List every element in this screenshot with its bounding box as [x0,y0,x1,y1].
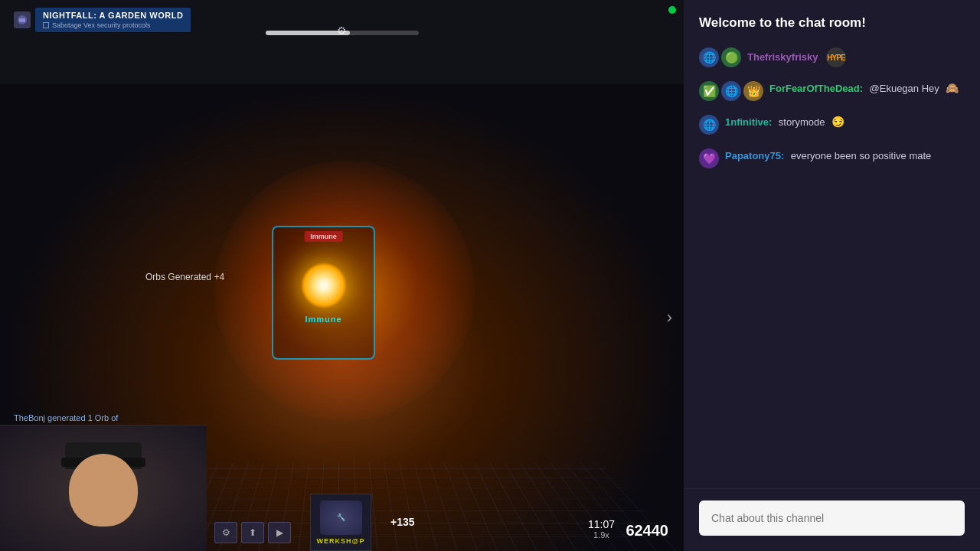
avatar-green-2: ✅ [699,81,719,101]
video-area: NIGHTFALL: A GARDEN WORLD Sabotage Vex s… [0,0,684,551]
streamer-head [61,442,145,534]
immune-text: Immune [305,315,341,324]
live-indicator [668,6,676,14]
chat-avatars-1: 🌐 🟢 [699,47,741,67]
timer-area: 11:07 1.9x [588,518,615,540]
timer-value: 11:07 [588,518,615,530]
score-area: 62440 [626,522,668,540]
orb-inner [301,262,347,308]
chat-avatars-4: 💜 [699,148,719,168]
chat-avatars-2: ✅ 🌐 👑 [699,81,763,101]
chat-username-1: Thefriskyfrisky [747,51,818,63]
chat-body-2: ForFearOfTheDead: @Ekuegan Hey 🙈 [769,81,965,95]
chat-text-2: @Ekuegan Hey [870,83,939,94]
game-video: Orbs Generated +4 Immune Immune › TheBon… [0,84,684,551]
chat-text-4: everyone been so positive mate [791,150,932,161]
avatar-gold-2: 👑 [743,81,763,101]
chat-content: Welcome to the chat room! 🌐 🟢 Thefriskyf… [684,0,980,488]
webcam-area [0,425,207,551]
timer-multiplier: 1.9x [588,530,615,540]
workshop-label: WERKSH@P [317,537,365,545]
chat-panel: Welcome to the chat room! 🌐 🟢 Thefriskyf… [684,0,980,551]
player-username: TheBonj generated 1 Orb of [14,413,118,422]
chat-username-3: 1nfinitive: [725,116,772,128]
hud-icon-1[interactable]: ⚙ [214,522,237,543]
nightfall-icon [14,11,31,28]
orbs-generated-text: Orbs Generated +4 [145,272,224,282]
chat-message-4: 💜 Papatony75: everyone been so positive … [699,148,965,168]
chat-body-4: Papatony75: everyone been so positive ma… [725,148,965,162]
nightfall-subtitle: Sabotage Vex security protocols [43,21,183,29]
chat-username-2: ForFearOfTheDead: [769,83,863,94]
chat-emoji-2: 🙈 [946,82,959,94]
chat-message-2: ✅ 🌐 👑 ForFearOfTheDead: @Ekuegan Hey 🙈 [699,81,965,101]
progress-bar-container: ⚙ [266,31,419,35]
nightfall-text-box: NIGHTFALL: A GARDEN WORLD Sabotage Vex s… [35,8,191,32]
webcam-person [0,425,207,551]
score-value: 62440 [626,522,668,540]
progress-bar-track: ⚙ [266,31,419,35]
chat-input[interactable] [699,500,965,536]
orb-container: Immune Immune [272,226,375,360]
hud-icons: ⚙ ⬆ ▶ [214,522,291,543]
chat-emoji-3: 😏 [831,116,844,128]
avatar-globe-2: 🌐 [721,81,741,101]
gear-icon: ⚙ [337,24,347,37]
chat-input-area [684,488,980,551]
avatar-green-1: 🟢 [721,47,741,67]
hud-icon-3[interactable]: ▶ [268,522,291,543]
hud-icon-2[interactable]: ⬆ [241,522,264,543]
chat-username-4: Papatony75: [725,150,784,161]
avatar-globe-3: 🌐 [699,115,719,135]
plus-score: +135 [390,516,415,528]
nightfall-title: NIGHTFALL: A GARDEN WORLD [43,11,183,20]
chat-body-3: 1nfinitive: storymode 😏 [725,115,965,129]
svg-rect-1 [19,18,25,22]
chat-avatars-3: 🌐 [699,115,719,135]
checkbox-icon [43,22,49,28]
welcome-text: Welcome to the chat room! [699,15,965,31]
next-arrow[interactable]: › [667,308,672,328]
workshop-bg: 🔧 [320,500,362,535]
face [69,454,138,527]
nightfall-overlay: NIGHTFALL: A GARDEN WORLD Sabotage Vex s… [14,8,191,32]
chat-text-3: storymode [779,116,825,128]
avatar-purple-4: 💜 [699,148,719,168]
chat-message-1: 🌐 🟢 Thefriskyfrisky HYPE [699,47,965,67]
hype-badge: HYPE [826,47,846,67]
immune-label: Immune [304,231,343,242]
workshop-icon: 🔧 WERKSH@P [310,494,371,551]
chat-body-1: Thefriskyfrisky HYPE [747,47,965,67]
avatar-globe-1: 🌐 [699,47,719,67]
chat-message-3: 🌐 1nfinitive: storymode 😏 [699,115,965,135]
